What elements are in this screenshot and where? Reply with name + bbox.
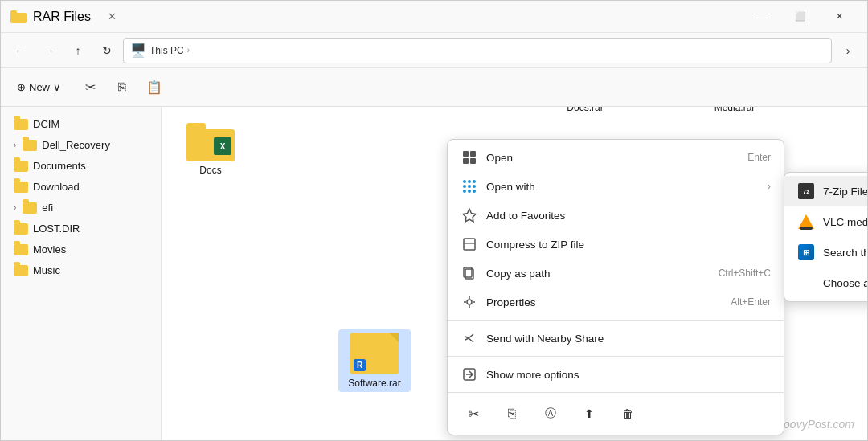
more-nav-button[interactable]: › [835,38,861,63]
context-menu-item-open[interactable]: Open Enter [448,143,784,172]
maximize-button[interactable]: ⬜ [782,4,819,30]
submenu: 7z 7-Zip File Manager VLC med [784,172,867,302]
content-area: DCIM › Dell_Recovery Documents Download … [1,107,867,440]
sidebar-item-label: Download [33,181,80,193]
more-options-label: Show more options [486,369,771,381]
file-name: Software.rar [348,378,400,389]
svg-rect-3 [470,151,476,157]
submenu-label-store: Search the Microsoft Store [823,247,867,259]
rename-action-button[interactable]: Ⓐ [538,401,563,427]
main-window: RAR Files ✕ — ⬜ ✕ ← → ↑ ↻ 🖥️ This PC › ›… [0,0,868,441]
context-menu-item-zip[interactable]: Compress to ZIP file [448,230,784,259]
sidebar-item-documents[interactable]: Documents [4,156,158,176]
svg-rect-5 [470,158,476,164]
forward-button[interactable]: → [36,38,62,63]
context-menu-item-more-options[interactable]: Show more options [448,360,784,389]
open-label: Open [486,152,735,164]
submenu-item-7zip[interactable]: 7z 7-Zip File Manager [784,176,867,206]
up-button[interactable]: ↑ [65,38,91,63]
tab-close-btn[interactable]: ✕ [104,9,120,25]
vlc-icon-shape [798,214,814,230]
7zip-icon: 7z [797,182,815,200]
sidebar-item-label: efi [42,202,53,214]
folder-icon [14,244,28,255]
navigation-toolbar: ← → ↑ ↻ 🖥️ This PC › › [1,33,867,68]
properties-shortcut: Alt+Enter [731,296,771,308]
new-button[interactable]: ⊕ New ∨ [7,78,71,96]
svg-point-14 [473,190,476,193]
svg-marker-15 [463,209,476,222]
sidebar-item-lost-dir[interactable]: LOST.DIR [4,218,158,239]
folder-icon [23,202,37,214]
svg-point-11 [473,180,476,183]
window-controls: — ⬜ ✕ [743,4,858,30]
sidebar-item-efi[interactable]: › efi [4,198,158,218]
svg-rect-4 [463,158,469,164]
submenu-label-vlc: VLC media player [823,216,867,228]
paste-toolbar-button[interactable]: 📋 [141,75,167,100]
copy-toolbar-button[interactable]: ⎘ [109,75,135,100]
svg-rect-2 [463,151,469,157]
context-menu-item-copy-path[interactable]: Copy as path Ctrl+Shift+C [448,259,784,288]
sidebar-item-music[interactable]: Music [4,260,158,280]
cut-action-button[interactable]: ✂ [461,401,486,427]
separator-3 [448,392,784,393]
address-bar[interactable]: 🖥️ This PC › [123,38,832,63]
cut-toolbar-button[interactable]: ✂ [77,75,103,100]
submenu-item-choose-app[interactable]: Choose another app [784,267,867,298]
separator-2 [448,356,784,357]
minimize-button[interactable]: — [743,4,780,30]
dots-icon [461,178,478,195]
file-grid: X Docs R Docs.rar R Media.rar [162,107,867,440]
zip-label: Compress to ZIP file [486,239,771,251]
new-chevron-icon: ∨ [53,81,61,93]
7zip-icon-shape: 7z [798,183,814,199]
sidebar-item-dell-recovery[interactable]: › Dell_Recovery [4,135,158,155]
folder-icon [14,182,28,193]
copy-action-button[interactable]: ⎘ [499,401,525,427]
submenu-label-7zip: 7-Zip File Manager [823,186,867,198]
open-with-label: Open with [486,181,761,193]
submenu-label-choose: Choose another app [823,277,867,289]
folder-body: X [186,129,235,161]
folder-icon [14,119,28,130]
svg-point-20 [467,300,472,304]
submenu-item-store[interactable]: ⊞ Search the Microsoft Store [784,237,867,267]
refresh-button[interactable]: ↻ [94,38,120,63]
software-rar-icon: R [350,333,399,374]
zip-icon [461,235,478,253]
submenu-item-vlc[interactable]: VLC media player [784,206,867,237]
file-item-docs[interactable]: X Docs [174,120,247,179]
sidebar-item-label: DCIM [33,118,59,130]
chevron-right-icon: › [187,46,190,55]
context-menu-item-nearby-share[interactable]: Send with Nearby Share [448,324,784,353]
open-shortcut: Enter [747,152,771,163]
context-menu-item-open-with[interactable]: Open with › 7z 7-Zip File Manager [448,172,784,201]
context-menu-item-properties[interactable]: Properties Alt+Enter [448,288,784,316]
delete-action-button[interactable]: 🗑 [615,401,641,427]
close-button[interactable]: ✕ [821,4,858,30]
file-name: Docs [199,165,221,176]
share-icon [461,329,478,347]
svg-rect-1 [10,10,17,14]
back-button[interactable]: ← [7,38,33,63]
file-item-software-rar[interactable]: R Software.rar [338,329,411,392]
sidebar-item-dcim[interactable]: DCIM [4,114,158,134]
rar-badge: R [354,359,366,371]
action-toolbar: ⊕ New ∨ ✂ ⎘ 📋 [1,68,867,107]
file-name: Docs.rar [567,107,603,113]
context-menu-item-favorites[interactable]: Add to Favorites [448,201,784,230]
app-icon [797,274,815,292]
monitor-icon: 🖥️ [130,43,146,58]
context-menu-actions: ✂ ⎘ Ⓐ ⬆ 🗑 [448,396,784,431]
nearby-share-label: Send with Nearby Share [486,333,771,345]
sidebar-item-movies[interactable]: Movies [4,239,158,259]
svg-point-6 [463,185,466,188]
share-action-button[interactable]: ⬆ [576,401,602,427]
sidebar-item-download[interactable]: Download [4,177,158,197]
title-bar-left: RAR Files ✕ [10,9,743,25]
sidebar: DCIM › Dell_Recovery Documents Download … [1,107,162,440]
title-bar: RAR Files ✕ — ⬜ ✕ [1,1,867,33]
copy-path-label: Copy as path [486,267,706,280]
properties-label: Properties [486,296,718,308]
